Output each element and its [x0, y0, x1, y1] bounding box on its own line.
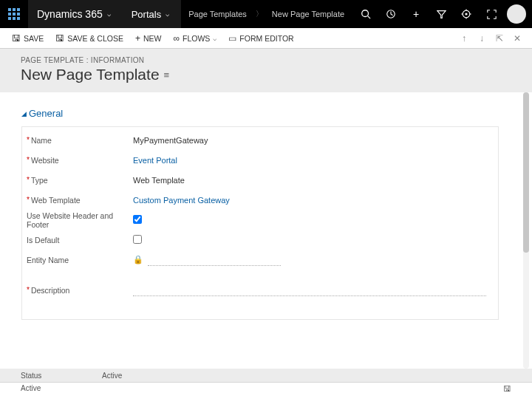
svg-rect-4 [13, 13, 16, 16]
status-value: Active [102, 372, 122, 380]
svg-rect-5 [17, 13, 20, 16]
nav-down-icon[interactable]: ↓ [473, 33, 491, 44]
type-label: Type [31, 176, 48, 185]
scrollbar-thumb[interactable] [523, 92, 529, 253]
chevron-down-icon: ⌵ [213, 35, 216, 42]
website-label: Website [31, 156, 59, 165]
app-launcher-icon[interactable] [0, 0, 28, 28]
save-close-label: SAVE & CLOSE [67, 34, 123, 43]
website-link[interactable]: Event Portal [133, 156, 177, 165]
save-close-icon: 🖫 [55, 33, 64, 44]
isdefault-label: Is Default [27, 236, 59, 245]
svg-point-9 [362, 10, 369, 17]
svg-rect-2 [17, 8, 20, 11]
flow-icon: ∞ [173, 33, 180, 44]
new-label: NEW [143, 34, 162, 43]
popout-icon[interactable]: ⇱ [491, 33, 508, 44]
flows-label: FLOWS [183, 34, 210, 43]
status-bar: Status Active [0, 369, 532, 382]
section-general-header[interactable]: ◢ General [21, 103, 499, 126]
webtemplate-label: Web Template [31, 196, 81, 205]
brand-menu[interactable]: Dynamics 365 ⌵ [28, 0, 120, 28]
svg-point-14 [466, 13, 467, 15]
isdefault-checkbox[interactable] [133, 235, 142, 244]
save-icon: 🖫 [12, 33, 21, 44]
form-header: PAGE TEMPLATE : INFORMATION New Page Tem… [0, 49, 532, 92]
form-editor-button[interactable]: ▭ FORM EDITOR [222, 28, 299, 48]
breadcrumb-item[interactable]: New Page Template [265, 0, 352, 28]
chevron-right-icon: 〉 [254, 9, 265, 19]
svg-rect-1 [13, 8, 16, 11]
footer-bar: Active 🖫 [0, 382, 532, 393]
webtemplate-link[interactable]: Custom Payment Gateway [133, 196, 230, 205]
advanced-find-icon[interactable] [454, 0, 479, 28]
usehf-checkbox[interactable] [133, 215, 142, 224]
avatar[interactable] [507, 4, 526, 24]
form-editor-label: FORM EDITOR [239, 34, 293, 43]
entity-label: Entity Name [27, 256, 69, 264]
description-input[interactable] [133, 284, 486, 296]
flows-button[interactable]: ∞ FLOWS ⌵ [167, 28, 222, 48]
lock-icon: 🔒 [133, 255, 143, 264]
search-icon[interactable] [353, 0, 378, 28]
form-subtitle: PAGE TEMPLATE : INFORMATION [21, 56, 517, 64]
section-webpages: ◢ Web Pages Name↑ Partial URL Parent Pag… [18, 367, 502, 369]
svg-rect-0 [8, 8, 11, 11]
page-title: New Page Template [21, 66, 160, 83]
name-value[interactable]: MyPaymentGateway [133, 136, 208, 145]
chevron-down-icon: ⌵ [166, 10, 169, 18]
collapse-icon: ◢ [21, 110, 27, 117]
new-button[interactable]: + NEW [129, 28, 168, 48]
breadcrumb-item[interactable]: Page Templates [181, 0, 254, 28]
plus-icon: + [135, 33, 140, 44]
brand-label: Dynamics 365 [37, 8, 103, 20]
module-label: Portals [132, 9, 161, 20]
svg-rect-6 [8, 17, 11, 20]
command-bar: 🖫 SAVE 🖫 SAVE & CLOSE + NEW ∞ FLOWS ⌵ ▭ … [0, 28, 532, 49]
add-icon[interactable]: + [403, 0, 429, 28]
svg-marker-12 [437, 10, 445, 18]
save-icon[interactable]: 🖫 [503, 384, 511, 393]
svg-rect-8 [17, 17, 20, 20]
svg-rect-3 [8, 13, 11, 16]
chevron-down-icon: ⌵ [107, 10, 111, 18]
save-button[interactable]: 🖫 SAVE [6, 28, 50, 48]
recent-icon[interactable] [378, 0, 403, 28]
module-menu[interactable]: Portals ⌵ [120, 0, 181, 28]
filter-icon[interactable] [429, 0, 454, 28]
description-label: Description [31, 286, 70, 295]
status-label: Status [21, 372, 102, 380]
svg-rect-7 [13, 17, 16, 20]
usehf-label: Use Website Header and Footer [27, 211, 132, 229]
title-menu-icon[interactable]: ≡ [164, 69, 170, 81]
type-value[interactable]: Web Template [133, 176, 185, 185]
close-icon[interactable]: ✕ [508, 33, 526, 44]
entity-input[interactable] [148, 253, 281, 266]
save-label: SAVE [24, 34, 44, 43]
section-general-label: General [29, 108, 63, 119]
section-general: ◢ General *Name MyPaymentGateway *Websit… [18, 99, 502, 333]
footer-active: Active [21, 384, 41, 392]
name-label: Name [31, 136, 52, 145]
global-nav: Dynamics 365 ⌵ Portals ⌵ Page Templates … [0, 0, 532, 28]
save-close-button[interactable]: 🖫 SAVE & CLOSE [50, 28, 129, 48]
form-icon: ▭ [228, 33, 236, 44]
svg-line-10 [368, 16, 371, 19]
nav-up-icon[interactable]: ↑ [455, 33, 473, 44]
fullscreen-icon[interactable] [479, 0, 504, 28]
